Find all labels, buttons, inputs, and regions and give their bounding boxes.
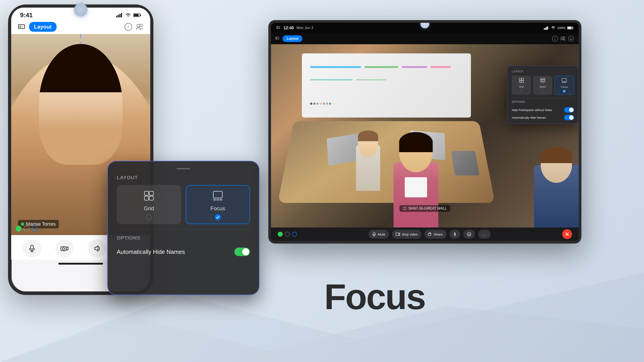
ipad-people-icon[interactable] bbox=[560, 35, 566, 42]
svg-rect-62 bbox=[396, 233, 399, 236]
svg-rect-40 bbox=[276, 37, 277, 39]
ipad-auto-hide-names-row: Automatically Hide Names bbox=[512, 114, 574, 121]
ipad-focus-label: Focus bbox=[561, 86, 568, 88]
svg-rect-25 bbox=[213, 191, 222, 198]
ipad-auto-hide-label: Automatically Hide Names bbox=[512, 116, 546, 119]
phone-status-icons bbox=[116, 13, 141, 17]
reactions-button-ipad[interactable] bbox=[463, 230, 475, 239]
layout-button-phone[interactable]: Layout bbox=[29, 22, 56, 32]
svg-rect-35 bbox=[547, 26, 548, 30]
ipad-stack-label: Stack bbox=[540, 85, 546, 88]
ipad-hide-participants-row: Hide Participants without Video bbox=[512, 106, 574, 114]
svg-rect-50 bbox=[519, 81, 521, 83]
svg-rect-10 bbox=[19, 25, 21, 28]
auto-hide-names-toggle[interactable] bbox=[234, 248, 250, 256]
stop-video-button-ipad[interactable]: Stop video bbox=[392, 230, 421, 239]
meeting-label-text: SHN7-16-GREAT WALL bbox=[408, 206, 447, 211]
ipad-auto-hide-toggle[interactable] bbox=[564, 115, 574, 120]
svg-rect-8 bbox=[140, 14, 141, 16]
indicator-gray bbox=[24, 226, 30, 232]
svg-rect-11 bbox=[22, 25, 23, 28]
name-dot bbox=[21, 223, 24, 226]
info-icon-phone[interactable]: i bbox=[124, 23, 132, 31]
svg-rect-32 bbox=[544, 28, 545, 30]
toggle-thumb bbox=[242, 248, 249, 255]
ipad-grid-radio bbox=[520, 89, 523, 92]
ipad-screen-share-icon bbox=[276, 26, 281, 30]
svg-rect-27 bbox=[216, 199, 219, 201]
ipad-emoji-icon[interactable] bbox=[568, 35, 574, 42]
meeting-label: SHN7-16-GREAT WALL bbox=[399, 205, 450, 212]
svg-rect-52 bbox=[540, 78, 545, 79]
grid-layout-option[interactable]: Grid bbox=[117, 185, 181, 224]
svg-rect-31 bbox=[278, 27, 279, 28]
ipad-layout-title: LAYOUT bbox=[512, 70, 574, 73]
svg-rect-58 bbox=[565, 82, 566, 83]
ipad-nav-screen-icon bbox=[276, 37, 280, 40]
svg-rect-37 bbox=[568, 27, 572, 29]
svg-rect-56 bbox=[562, 82, 563, 83]
svg-rect-5 bbox=[121, 13, 122, 17]
more-button-ipad[interactable]: ... bbox=[478, 230, 490, 239]
svg-point-66 bbox=[470, 234, 470, 234]
ipad-nav-bar: Layout i bbox=[271, 33, 579, 44]
end-call-button[interactable] bbox=[562, 229, 572, 239]
svg-point-46 bbox=[570, 38, 571, 39]
ipad-battery-icon bbox=[567, 26, 573, 29]
camera-button-phone[interactable] bbox=[56, 240, 73, 257]
hide-participants-toggle[interactable] bbox=[564, 107, 574, 113]
ipad-focus-option[interactable]: Focus bbox=[554, 76, 574, 95]
whiteboard bbox=[302, 53, 471, 117]
svg-rect-59 bbox=[373, 232, 375, 235]
ipad-stack-icon bbox=[540, 78, 545, 84]
ipad-status-right: 100% bbox=[544, 26, 573, 30]
svg-rect-38 bbox=[573, 27, 573, 28]
focus-layout-option[interactable]: Focus bbox=[186, 185, 250, 224]
focus-radio bbox=[215, 214, 221, 220]
indicator-blue bbox=[32, 226, 38, 232]
share-button-ipad[interactable]: Share bbox=[424, 230, 446, 239]
ipad-stack-option[interactable]: Stack bbox=[533, 76, 552, 95]
svg-rect-51 bbox=[522, 81, 524, 83]
layout-button-ipad[interactable]: Layout bbox=[283, 35, 302, 42]
svg-rect-33 bbox=[545, 28, 546, 30]
ipad-mockup: 12:40 Mon Jun 3 100% bbox=[268, 20, 582, 244]
svg-rect-49 bbox=[522, 78, 524, 80]
svg-point-47 bbox=[572, 38, 572, 39]
ipad-dot-green bbox=[278, 232, 283, 237]
ipad-video-content: SHN7-16-GREAT WALL LAYOUT G bbox=[271, 44, 579, 228]
speaker-button-phone[interactable] bbox=[88, 240, 106, 257]
ipad-nav-left: Layout bbox=[276, 35, 302, 42]
mute-button-ipad[interactable]: Mute bbox=[368, 230, 389, 239]
svg-point-44 bbox=[563, 37, 565, 38]
ipad-dot-blue bbox=[292, 232, 297, 237]
people-icon-phone[interactable] bbox=[136, 23, 144, 31]
ipad-signal-icon bbox=[544, 26, 549, 30]
phone-nav-left: Layout bbox=[18, 22, 56, 32]
grid-radio bbox=[146, 214, 152, 220]
svg-rect-23 bbox=[144, 196, 148, 200]
svg-rect-55 bbox=[562, 78, 566, 81]
ipad-grid-icon bbox=[519, 78, 524, 84]
svg-rect-3 bbox=[118, 15, 119, 17]
ipad-focus-radio bbox=[562, 90, 566, 93]
svg-rect-34 bbox=[546, 27, 547, 30]
auto-hide-names-label: Automatically Hide Names bbox=[117, 249, 185, 255]
share-label: Share bbox=[434, 232, 443, 236]
svg-rect-19 bbox=[61, 247, 66, 251]
options-section-title: OPTIONS bbox=[117, 235, 250, 241]
ipad-dot-gray bbox=[285, 232, 290, 237]
ipad-info-icon[interactable]: i bbox=[552, 35, 558, 42]
ipad-auto-hide-thumb bbox=[569, 115, 574, 120]
focus-icon bbox=[213, 191, 223, 203]
svg-point-14 bbox=[137, 24, 140, 27]
ipad-panel-divider bbox=[512, 98, 574, 98]
mic-button-phone[interactable] bbox=[23, 240, 41, 257]
svg-point-43 bbox=[561, 37, 563, 39]
bluetooth-button-ipad[interactable] bbox=[450, 230, 460, 239]
grid-icon bbox=[144, 191, 154, 203]
phone-nav-right: i bbox=[124, 23, 144, 31]
meeting-label-icon bbox=[403, 207, 406, 210]
ipad-grid-option[interactable]: Grid bbox=[512, 76, 531, 95]
svg-text:i: i bbox=[128, 24, 129, 29]
